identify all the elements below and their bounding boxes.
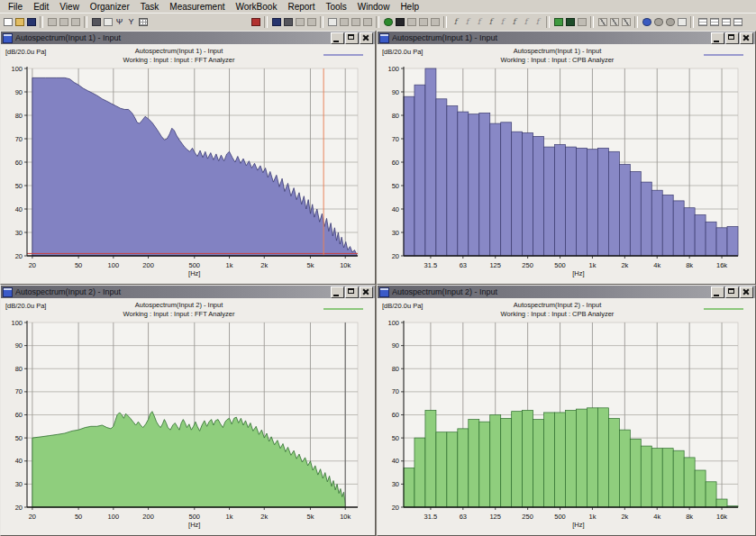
layout-3-icon[interactable] — [361, 15, 373, 30]
menu-item-window[interactable]: Window — [352, 2, 396, 12]
window-title: Autospectrum(Input 2) - Input — [15, 287, 328, 296]
svg-text:70: 70 — [392, 135, 399, 143]
pause-measurement-icon[interactable] — [405, 15, 417, 30]
save-data-icon[interactable] — [270, 15, 282, 30]
chart-plot[interactable]: 203040506070809010020501002005001k2k5k10… — [4, 66, 372, 283]
maximize-button[interactable] — [725, 286, 739, 298]
chart-title-line1: Autospectrum(Input 1) - Input — [414, 47, 700, 56]
legend-line — [323, 308, 363, 310]
svg-text:70: 70 — [392, 387, 399, 395]
menu-item-report[interactable]: Report — [282, 2, 320, 12]
worksheet-grid-icon[interactable] — [137, 15, 149, 30]
toolbar-separator — [634, 16, 638, 28]
chart-plot[interactable]: 203040506070809010031.5631252505001k2k4k… — [380, 320, 752, 534]
zoom-out-icon[interactable] — [664, 15, 676, 30]
svg-text:90: 90 — [15, 88, 23, 96]
menu-item-tools[interactable]: Tools — [320, 2, 351, 12]
menu-item-file[interactable]: File — [3, 2, 28, 12]
chart-area: [dB/20.0u Pa] Autospectrum(Input 2) - In… — [378, 299, 754, 534]
measure-darkgreen-icon[interactable] — [564, 15, 576, 30]
close-button[interactable] — [360, 32, 373, 44]
open-folder-icon[interactable] — [14, 15, 25, 30]
table-3-icon[interactable] — [720, 15, 732, 30]
maximize-button[interactable] — [345, 32, 359, 44]
window-titlebar[interactable]: Autospectrum(Input 1) - Input — [1, 32, 375, 44]
svg-text:8k: 8k — [686, 261, 693, 269]
start-measurement-icon[interactable] — [382, 15, 394, 30]
svg-text:80: 80 — [392, 112, 399, 120]
report-page-icon[interactable] — [326, 15, 338, 30]
user-icon[interactable] — [282, 15, 294, 30]
measure-green-icon[interactable] — [552, 15, 564, 30]
curve-3-icon[interactable] — [620, 15, 632, 30]
minimize-button[interactable] — [331, 32, 344, 44]
paste-function-icon[interactable] — [305, 15, 317, 30]
legend-line — [323, 54, 363, 56]
print-preview-icon[interactable] — [102, 15, 114, 30]
function-7-icon[interactable]: f — [520, 15, 532, 30]
svg-text:31.5: 31.5 — [424, 261, 438, 269]
layout-2-icon[interactable] — [350, 15, 361, 30]
window-titlebar[interactable]: Autospectrum(Input 2) - Input — [1, 286, 375, 298]
monitor-icon[interactable] — [417, 15, 429, 30]
close-button[interactable] — [740, 32, 753, 44]
svg-text:50: 50 — [75, 513, 82, 521]
chart-area: [dB/20.0u Pa] Autospectrum(Input 2) - In… — [2, 299, 374, 534]
curve-1-icon[interactable] — [597, 15, 608, 30]
svg-text:2k: 2k — [621, 513, 628, 521]
maximize-button[interactable] — [345, 286, 359, 298]
tuning-fork-icon[interactable]: Ψ — [114, 15, 125, 30]
close-button[interactable] — [740, 286, 753, 298]
function-4-icon[interactable]: f — [485, 15, 496, 30]
function-2-icon[interactable]: f — [461, 15, 473, 30]
cut-icon[interactable] — [46, 15, 58, 30]
svg-text:63: 63 — [460, 261, 467, 269]
menu-item-measurement[interactable]: Measurement — [164, 2, 230, 12]
measure-gray-icon[interactable] — [576, 15, 587, 30]
pointer-icon[interactable] — [429, 15, 441, 30]
svg-text:20: 20 — [29, 261, 36, 269]
svg-text:250: 250 — [522, 261, 533, 269]
table-2-icon[interactable] — [708, 15, 720, 30]
minimize-button[interactable] — [711, 286, 724, 298]
curve-2-icon[interactable] — [608, 15, 620, 30]
chart-plot[interactable]: 203040506070809010020501002005001k2k5k10… — [4, 320, 372, 534]
table-4-icon[interactable] — [732, 15, 743, 30]
paste-icon[interactable] — [69, 15, 81, 30]
signal-generator-icon[interactable]: Y — [125, 15, 137, 30]
chart-title-line2: Working : Input : Input : FFT Analyzer — [38, 56, 320, 65]
menu-item-edit[interactable]: Edit — [28, 2, 54, 12]
function-6-icon[interactable]: f — [508, 15, 520, 30]
function-5-icon[interactable]: f — [496, 15, 508, 30]
clipboard-icon[interactable] — [676, 15, 688, 30]
save-icon[interactable] — [25, 15, 37, 30]
layout-1-icon[interactable] — [338, 15, 350, 30]
minimize-button[interactable] — [331, 286, 344, 298]
toolbar-separator — [40, 16, 43, 28]
function-8-icon[interactable]: f — [532, 15, 543, 30]
menu-item-organizer[interactable]: Organizer — [85, 2, 135, 12]
window-titlebar[interactable]: Autospectrum(Input 2) - Input — [378, 286, 755, 298]
svg-text:90: 90 — [392, 88, 399, 96]
info-icon[interactable] — [641, 15, 652, 30]
new-document-icon[interactable] — [2, 15, 14, 30]
close-button[interactable] — [360, 286, 373, 298]
copy-icon[interactable] — [58, 15, 69, 30]
menu-item-workbook[interactable]: WorkBook — [230, 2, 282, 12]
maximize-button[interactable] — [725, 32, 739, 44]
minimize-button[interactable] — [711, 32, 724, 44]
function-1-icon[interactable]: f — [450, 15, 461, 30]
menu-item-help[interactable]: Help — [395, 2, 424, 12]
copy-function-icon[interactable] — [294, 15, 305, 30]
svg-text:4k: 4k — [653, 513, 660, 521]
menu-item-view[interactable]: View — [54, 2, 85, 12]
zoom-in-icon[interactable] — [652, 15, 664, 30]
record-icon[interactable] — [250, 15, 261, 30]
stop-measurement-icon[interactable] — [394, 15, 405, 30]
menu-item-task[interactable]: Task — [135, 2, 165, 12]
window-titlebar[interactable]: Autospectrum(Input 1) - Input — [378, 32, 755, 44]
chart-plot[interactable]: 203040506070809010031.5631252505001k2k4k… — [380, 66, 752, 283]
table-1-icon[interactable] — [697, 15, 708, 30]
function-3-icon[interactable]: f — [473, 15, 485, 30]
print-icon[interactable] — [90, 15, 102, 30]
